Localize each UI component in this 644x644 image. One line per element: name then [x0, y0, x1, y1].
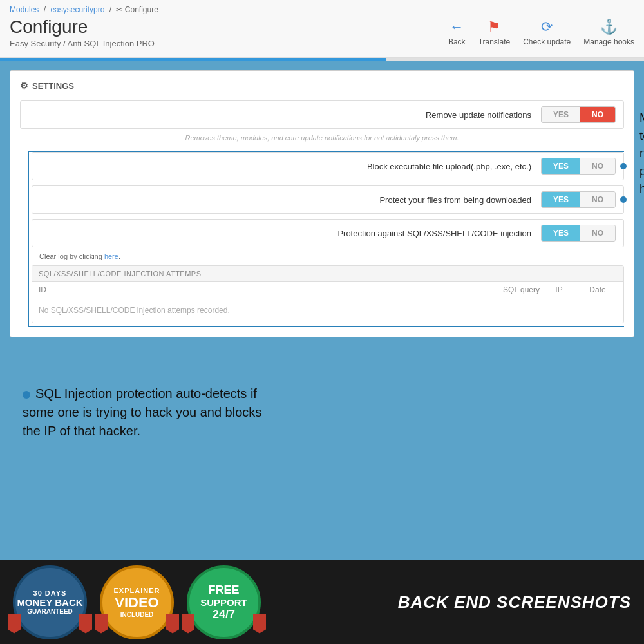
badge-money-back-text: MONEY BACK [17, 597, 82, 608]
settings-title: SETTINGS [32, 81, 74, 91]
page-title: Configure [10, 17, 155, 37]
setting-row-protect-files: Protect your files from being downloaded… [32, 185, 624, 214]
toggle-block-upload[interactable]: YES NO [541, 158, 616, 175]
badge-days: 30 DAYS [33, 589, 67, 597]
badge-support-text: SUPPORT [200, 597, 247, 608]
badge-money-back: 30 DAYS MONEY BACK GUARANTEED [13, 565, 87, 639]
toggle-yes-protect-files[interactable]: YES [542, 192, 580, 207]
breadcrumb-modules[interactable]: Modules [10, 5, 39, 14]
toggle-protect-files[interactable]: YES NO [541, 191, 616, 208]
badge-guaranteed: GUARANTEED [27, 608, 73, 615]
sql-tooltip: SQL Injection protection auto-detects if… [23, 384, 274, 440]
setting-row-block-upload: Block executable file upload(.php, .exe,… [32, 152, 624, 180]
sql-table-cols: ID SQL query IP Date [32, 282, 623, 298]
sql-table: SQL/XSS/SHELL/CODE INJECTION ATTEMPS ID … [32, 265, 624, 323]
settings-panel: ⚙ SETTINGS Remove update notifications Y… [10, 70, 634, 337]
badge-video: EXPLAINER VIDEO INCLUDED [100, 565, 174, 639]
settings-header: ⚙ SETTINGS [20, 80, 624, 91]
toggle-yes-update[interactable]: YES [542, 107, 580, 122]
setting-row-sql-protection: Protection against SQL/XSS/SHELL/CODE in… [32, 219, 624, 247]
translate-icon: ⚑ [488, 19, 500, 35]
page-subtitle: Easy Security / Anti SQL Injection PRO [10, 39, 155, 48]
check-update-button[interactable]: ⟳ Check update [523, 19, 571, 46]
col-ip: IP [540, 285, 578, 294]
badges: 30 DAYS MONEY BACK GUARANTEED EXPLAINER … [13, 565, 261, 639]
manage-hooks-label: Manage hooks [583, 37, 634, 46]
setting-hint-update: Removes theme, modules, and core update … [20, 134, 624, 146]
back-button[interactable]: ← Back [448, 19, 466, 46]
sql-table-header: SQL/XSS/SHELL/CODE INJECTION ATTEMPS [32, 266, 623, 282]
badge-247: 24/7 [213, 608, 235, 621]
ribbon-left-2 [95, 614, 108, 634]
toggle-no-sql-protection[interactable]: NO [580, 225, 615, 241]
setting-label-protect-files: Protect your files from being downloaded [40, 195, 541, 205]
badge-included: INCLUDED [120, 611, 154, 618]
badge-explainer: EXPLAINER [114, 587, 160, 594]
connector-dot-files [620, 196, 627, 203]
clear-log-hint: Clear log by clicking here. [32, 252, 624, 260]
toggle-no-block-upload[interactable]: NO [580, 158, 615, 174]
clear-log-link[interactable]: here [104, 252, 118, 260]
toggle-yes-block-upload[interactable]: YES [542, 158, 580, 174]
breadcrumb-configure: ✂ Configure [116, 5, 158, 14]
toggle-sql-protection[interactable]: YES NO [541, 225, 616, 242]
connector-dot-upload [620, 163, 627, 169]
main-content: ⚙ SETTINGS Remove update notifications Y… [0, 61, 644, 560]
toggle-no-protect-files[interactable]: NO [580, 192, 615, 207]
sql-empty-message: No SQL/XSS/SHELL/CODE injection attemps … [32, 298, 623, 323]
breadcrumb: Modules / easysecuritypro / ✂ Configure [10, 0, 634, 17]
badge-video-text: VIDEO [115, 594, 158, 611]
toggle-yes-sql-protection[interactable]: YES [542, 225, 580, 241]
rows-bracket-wrapper: Block executable file upload(.php, .exe,… [28, 151, 624, 327]
translate-button[interactable]: ⚑ Translate [478, 19, 511, 46]
hooks-icon: ⚓ [600, 19, 618, 35]
sql-dot [23, 391, 30, 399]
breadcrumb-easysecuritypro[interactable]: easysecuritypro [50, 5, 104, 14]
ribbon-left-3 [182, 614, 194, 634]
setting-label-sql-protection: Protection against SQL/XSS/SHELL/CODE in… [40, 229, 541, 238]
setting-row-update-notifications: Remove update notifications YES NO [20, 100, 624, 129]
translate-label: Translate [478, 37, 511, 46]
settings-wrapper: ⚙ SETTINGS Remove update notifications Y… [10, 70, 634, 337]
update-icon: ⟳ [541, 19, 553, 35]
ribbon-left-1 [8, 614, 21, 634]
check-update-label: Check update [523, 37, 571, 46]
toggle-no-update[interactable]: NO [580, 107, 615, 122]
ribbon-right-2 [166, 614, 179, 634]
back-label: Back [448, 37, 466, 46]
bottom-bar: 30 DAYS MONEY BACK GUARANTEED EXPLAINER … [0, 560, 644, 644]
col-date: Date [578, 285, 617, 294]
badge-support: FREE SUPPORT 24/7 [187, 565, 261, 639]
col-id: ID [39, 285, 71, 294]
setting-label-block-upload: Block executable file upload(.php, .exe,… [40, 162, 541, 171]
ribbon-right-3 [253, 614, 266, 634]
toolbar: ← Back ⚑ Translate ⟳ Check update ⚓ Mana… [448, 19, 634, 46]
setting-label-update: Remove update notifications [28, 110, 541, 120]
back-icon: ← [450, 19, 464, 35]
upload-tooltip: Make sure nobody can upload malicious fi… [639, 109, 644, 198]
back-end-screenshots: BACK END SCREENSHOTS [398, 592, 631, 612]
gear-icon: ⚙ [20, 80, 28, 91]
ribbon-right-1 [79, 614, 92, 634]
manage-hooks-button[interactable]: ⚓ Manage hooks [583, 19, 634, 46]
badge-free: FREE [208, 583, 239, 597]
toggle-update[interactable]: YES NO [541, 106, 616, 123]
top-bar: Modules / easysecuritypro / ✂ Configure … [0, 0, 644, 58]
col-query: SQL query [71, 285, 540, 294]
